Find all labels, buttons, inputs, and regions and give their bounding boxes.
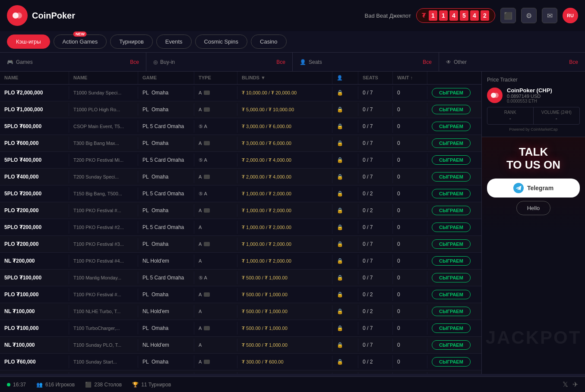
- row-play[interactable]: СЫГРАЕМ: [427, 202, 479, 219]
- row-play[interactable]: СЫГРАЕМ: [427, 320, 479, 336]
- mail-icon-button[interactable]: ✉: [542, 8, 557, 23]
- play-button[interactable]: СЫГРАЕМ: [432, 206, 471, 215]
- filter-buyin-label: ◎ Buy-in: [153, 59, 175, 65]
- user-avatar[interactable]: RU: [563, 8, 578, 23]
- play-button[interactable]: СЫГРАЕМ: [432, 172, 471, 182]
- play-button[interactable]: СЫГРАЕМ: [432, 273, 471, 282]
- row-play[interactable]: СЫГРАЕМ: [427, 303, 479, 320]
- filter-games-value[interactable]: Все: [130, 59, 139, 65]
- row-icon: 🔒: [332, 238, 358, 251]
- row-game: PL Omaha: [138, 288, 194, 301]
- row-play[interactable]: СЫГРАЕМ: [427, 101, 479, 118]
- price-tracker-title: Price Tracker: [487, 77, 580, 83]
- filter-seats-value[interactable]: Все: [423, 59, 432, 65]
- row-game: PL Omaha: [138, 170, 194, 183]
- new-badge: NEW: [73, 31, 87, 37]
- play-button[interactable]: СЫГРАЕМ: [432, 105, 471, 114]
- row-tour: T100 Sunday Start...: [69, 356, 138, 368]
- row-seats: 0 / 7: [358, 221, 393, 234]
- filter-games: 🎮 Games Все: [0, 53, 146, 71]
- twitter-icon[interactable]: 𝕏: [563, 380, 568, 389]
- row-game: PL 5 Card Omaha: [138, 120, 194, 133]
- volume-cell: VOLUME (24H) -: [534, 107, 580, 124]
- play-button[interactable]: СЫГРАЕМ: [432, 357, 471, 367]
- filter-buyin: ◎ Buy-in Все: [146, 53, 293, 71]
- tournaments-icon: 🏆: [132, 382, 139, 388]
- row-play[interactable]: СЫГРАЕМ: [427, 169, 479, 185]
- row-play[interactable]: СЫГРАЕМ: [427, 236, 479, 252]
- row-tour: CSOP Main Event, T5...: [69, 120, 138, 132]
- row-name: PLO ₮200,000: [0, 204, 69, 217]
- th-action: [427, 72, 479, 84]
- row-type: A: [194, 355, 237, 368]
- row-icon: 🔒: [332, 288, 358, 301]
- row-play[interactable]: СЫГРАЕМ: [427, 354, 479, 370]
- hello-button[interactable]: Hello: [516, 201, 551, 215]
- row-play[interactable]: СЫГРАЕМ: [427, 286, 479, 303]
- logo-text: CoinPoker: [32, 11, 75, 21]
- row-play[interactable]: СЫГРАЕМ: [427, 253, 479, 269]
- telegram-footer-icon[interactable]: ✈: [572, 380, 578, 389]
- filter-buyin-value[interactable]: Все: [276, 59, 285, 65]
- row-play[interactable]: СЫГРАЕМ: [427, 337, 479, 353]
- nav-tournaments[interactable]: Турниров: [110, 34, 153, 49]
- filter-other-value[interactable]: Все: [569, 59, 578, 65]
- logo-area: CoinPoker: [7, 5, 75, 26]
- jackpot-label: Bad Beat Джекпот: [365, 13, 411, 19]
- row-play[interactable]: СЫГРАЕМ: [427, 152, 479, 168]
- nav-events[interactable]: Events: [156, 34, 192, 49]
- sidebar: Price Tracker CoinPoker (CHP) 0.0897149 …: [481, 72, 585, 374]
- row-blinds: ₮ 1,000.00 / ₮ 2,000.00: [237, 255, 332, 267]
- row-seats: 0 / 2: [358, 204, 393, 217]
- nav-action-games[interactable]: NEW Action Games: [54, 34, 107, 49]
- row-play[interactable]: СЫГРАЕМ: [427, 135, 479, 151]
- row-blinds: ₮ 500.00 / ₮ 1,000.00: [237, 289, 332, 301]
- table-row: 5PLO ₮400,000 T200 PKO Festival Mi... PL…: [0, 152, 481, 169]
- filter-bar: 🎮 Games Все ◎ Buy-in Все 👤 Seats Все 👁 O…: [0, 53, 585, 72]
- telegram-button[interactable]: Telegram: [487, 179, 580, 198]
- row-wait: 0: [393, 322, 427, 335]
- th-seats: SEATS: [358, 72, 393, 84]
- row-icon: 🔒: [332, 221, 358, 234]
- play-button[interactable]: СЫГРАЕМ: [432, 155, 471, 165]
- row-tour: T100 PKO Festival #4...: [69, 255, 138, 267]
- table-row: PLO ₮200,000 T100 PKO Festival #3... PL …: [0, 236, 481, 253]
- play-button[interactable]: СЫГРАЕМ: [432, 256, 471, 266]
- row-type: A: [194, 339, 237, 351]
- table-row: 5PLO ₮600,000 CSOP Main Event, T5... PL …: [0, 118, 481, 135]
- rank-cell: RANK -: [487, 107, 534, 124]
- row-game: NL Hold'em: [138, 339, 194, 351]
- row-tour: T1000 Sunday Speci...: [69, 87, 138, 99]
- play-button[interactable]: СЫГРАЕМ: [432, 189, 471, 198]
- play-button[interactable]: СЫГРАЕМ: [432, 307, 471, 316]
- play-button[interactable]: СЫГРАЕМ: [432, 223, 471, 232]
- row-play[interactable]: СЫГРАЕМ: [427, 370, 479, 374]
- row-play[interactable]: СЫГРАЕМ: [427, 219, 479, 235]
- settings-icon-button[interactable]: ⚙: [521, 8, 537, 23]
- row-play[interactable]: СЫГРАЕМ: [427, 85, 479, 101]
- row-icon: 🔒: [332, 372, 358, 374]
- nav-cosmic-spins[interactable]: Cosmic Spins: [195, 34, 247, 49]
- play-button[interactable]: СЫГРАЕМ: [432, 88, 471, 97]
- nav-casino[interactable]: Casino: [251, 34, 286, 49]
- play-button[interactable]: СЫГРАЕМ: [432, 122, 471, 131]
- tv-icon-button[interactable]: ⬛: [500, 8, 516, 23]
- footer: 16:37 👥 616 Игроков ⬛ 238 Столов 🏆 11 Ту…: [0, 376, 585, 392]
- row-name: PLO ₮2,000,000: [0, 86, 69, 99]
- play-button[interactable]: СЫГРАЕМ: [432, 290, 471, 299]
- row-wait: 0: [393, 339, 427, 351]
- play-button[interactable]: СЫГРАЕМ: [432, 323, 471, 333]
- filter-other-label: 👁 Other: [446, 59, 467, 65]
- row-game: PL 5 Card Omaha: [138, 187, 194, 200]
- row-play[interactable]: СЫГРАЕМ: [427, 118, 479, 135]
- play-button[interactable]: СЫГРАЕМ: [432, 138, 471, 148]
- jackpot-value: ₮ 1 1 4 5 4 2: [416, 8, 495, 23]
- row-tour: T100 Manlig Monday...: [69, 272, 138, 284]
- row-play[interactable]: СЫГРАЕМ: [427, 270, 479, 286]
- play-button[interactable]: СЫГРАЕМ: [432, 340, 471, 350]
- svg-point-1: [16, 13, 22, 19]
- row-icon: 🔒: [332, 120, 358, 133]
- row-play[interactable]: СЫГРАЕМ: [427, 185, 479, 202]
- nav-cash-games[interactable]: Кэш-игры: [7, 34, 50, 49]
- play-button[interactable]: СЫГРАЕМ: [432, 239, 471, 249]
